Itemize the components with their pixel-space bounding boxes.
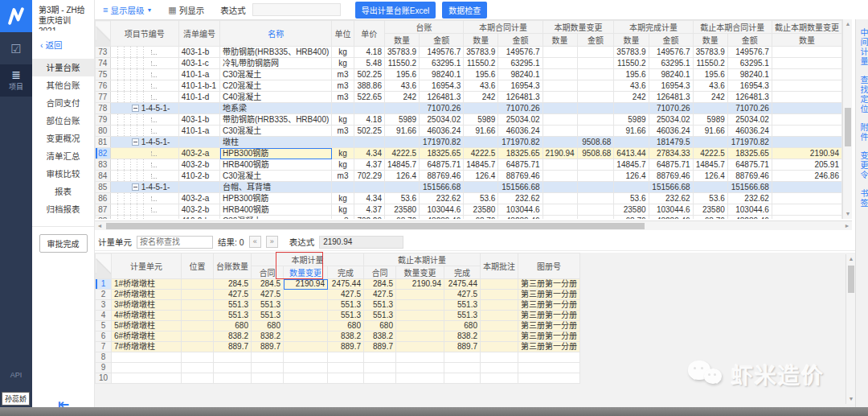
value-cell-4[interactable] [542, 182, 577, 193]
scroll-thumb[interactable] [848, 266, 854, 293]
price-cell[interactable]: 4.37 [354, 204, 384, 216]
value-cell-0[interactable]: 242 [384, 92, 419, 103]
note-cell[interactable] [481, 321, 518, 332]
unit-cell[interactable]: m3 [332, 80, 354, 92]
tree-cell[interactable] [110, 126, 178, 137]
value-cell-8[interactable] [693, 137, 727, 148]
unit-name-cell[interactable]: 5#桥墩墩柱 [112, 321, 182, 332]
unit-cell[interactable] [332, 137, 354, 148]
value-cell-2[interactable] [284, 300, 328, 311]
value-cell-2[interactable]: 91.66 [464, 126, 498, 137]
value-cell-9[interactable]: 46036.24 [727, 126, 772, 137]
value-cell-3[interactable]: 680 [328, 321, 364, 332]
value-cell-6[interactable]: 551.3 [444, 300, 481, 311]
unit-name-cell[interactable] [112, 363, 182, 373]
value-cell-7[interactable]: 64875.71 [649, 159, 693, 171]
value-cell-4[interactable] [542, 114, 577, 126]
value-cell-9[interactable]: 25034.02 [727, 114, 772, 126]
value-cell-9[interactable]: 103044.6 [727, 204, 772, 216]
row-number[interactable]: 84 [96, 171, 111, 182]
value-cell-10[interactable] [772, 126, 841, 137]
value-cell-9[interactable]: 171970.82 [727, 137, 772, 148]
value-cell-3[interactable] [328, 352, 364, 363]
tree-cell[interactable] [110, 159, 178, 171]
value-cell-2[interactable] [464, 137, 498, 148]
tree-cell[interactable] [110, 114, 178, 126]
value-cell-7[interactable]: 48289.46 [649, 216, 693, 220]
value-cell-10[interactable] [772, 204, 841, 216]
display-level-button[interactable]: ≡ 显示层级 ▼ [98, 2, 157, 18]
row-number[interactable]: 83 [96, 159, 111, 171]
position-cell[interactable] [182, 352, 214, 363]
value-cell-0[interactable]: 195.6 [384, 69, 419, 80]
value-cell-3[interactable]: 551.3 [328, 311, 364, 321]
value-cell-2[interactable]: 14845.7 [464, 159, 498, 171]
value-cell-9[interactable]: 126481.3 [727, 92, 772, 103]
list-code-cell[interactable]: 410-2-b [178, 171, 219, 182]
sidebar-item-5[interactable]: 清单汇总 [32, 147, 94, 165]
row-number[interactable]: 6 [96, 332, 112, 342]
value-cell-10[interactable] [772, 193, 841, 204]
name-cell[interactable]: 冷轧带肋钢筋网 [220, 58, 332, 69]
ledger-vertical-scrollbar[interactable]: ▲ ▼ [842, 19, 852, 219]
value-cell-6[interactable] [614, 137, 649, 148]
value-cell-5[interactable] [577, 47, 614, 58]
row-number[interactable]: 88 [96, 216, 111, 220]
unit-name-cell[interactable]: 4#桥墩墩柱 [112, 311, 182, 321]
row-number[interactable]: 5 [96, 321, 112, 332]
value-cell-2[interactable] [284, 311, 328, 321]
value-cell-2[interactable] [284, 373, 328, 384]
value-cell-1[interactable] [252, 352, 284, 363]
album-cell[interactable]: 第三册第一分册 [518, 321, 580, 332]
name-cell[interactable]: HPB300钢筋 [220, 193, 332, 204]
scroll-thumb[interactable] [106, 223, 645, 229]
sidebar-item-1[interactable]: 其他台账 [32, 76, 94, 94]
price-cell[interactable]: 388.86 [354, 80, 384, 92]
approve-complete-button[interactable]: 审批完成 [39, 234, 88, 253]
note-cell[interactable] [481, 373, 518, 384]
tree-cell[interactable] [110, 216, 178, 220]
tree-cell[interactable] [110, 80, 178, 92]
value-cell-0[interactable]: 551.3 [214, 300, 252, 311]
value-cell-3[interactable]: 126481.3 [498, 92, 542, 103]
value-cell-3[interactable]: 149576.7 [498, 47, 542, 58]
value-cell-9[interactable]: 16954.3 [727, 80, 772, 92]
price-cell[interactable]: 502.25 [354, 69, 384, 80]
value-cell-8[interactable]: 14845.7 [693, 159, 727, 171]
unit-tab-label[interactable]: 计量单元 [98, 236, 132, 248]
value-cell-5[interactable] [396, 300, 444, 311]
unit-cell[interactable]: kg [332, 159, 354, 171]
value-cell-9[interactable]: 48289.46 [727, 216, 772, 220]
name-cell[interactable]: C30混凝土 [220, 171, 332, 182]
value-cell-4[interactable]: 838.2 [364, 332, 396, 342]
value-cell-7[interactable]: 71070.26 [649, 103, 693, 114]
price-cell[interactable]: 502.25 [354, 126, 384, 137]
value-cell-8[interactable]: 35783.9 [693, 47, 727, 58]
unit-expression-value[interactable]: 2190.94 [319, 236, 403, 249]
unit-name-cell[interactable]: 6#桥墩墩柱 [112, 332, 182, 342]
value-cell-4[interactable] [542, 126, 577, 137]
row-number[interactable]: 9 [96, 363, 112, 373]
next-result-button[interactable]: » [266, 236, 278, 248]
unit-vertical-scrollbar[interactable]: ▲ ▼ [845, 254, 855, 404]
value-cell-10[interactable] [772, 92, 841, 103]
note-cell[interactable] [481, 279, 518, 290]
value-cell-6[interactable]: 2475.44 [444, 279, 481, 290]
value-cell-2[interactable] [464, 182, 498, 193]
sidebar-item-6[interactable]: 审核比较 [32, 165, 94, 183]
value-cell-8[interactable]: 126.4 [693, 171, 727, 182]
value-cell-1[interactable]: 889.7 [252, 342, 284, 352]
value-cell-4[interactable] [542, 159, 577, 171]
note-cell[interactable] [481, 311, 518, 321]
list-code-cell[interactable]: 403-1-b [178, 47, 219, 58]
value-cell-1[interactable] [252, 373, 284, 384]
unit-name-cell[interactable] [112, 373, 182, 384]
value-cell-7[interactable]: 46036.24 [649, 126, 693, 137]
value-cell-3[interactable]: 838.2 [328, 332, 364, 342]
tree-cell[interactable]: 1-4-5-1- [110, 137, 178, 148]
value-cell-6[interactable] [444, 352, 481, 363]
list-code-cell[interactable]: 410-1-a [178, 69, 219, 80]
value-cell-0[interactable]: 14845.7 [384, 159, 419, 171]
value-cell-6[interactable]: 126.4 [614, 171, 649, 182]
sidebar-item-2[interactable]: 合同支付 [32, 94, 94, 112]
